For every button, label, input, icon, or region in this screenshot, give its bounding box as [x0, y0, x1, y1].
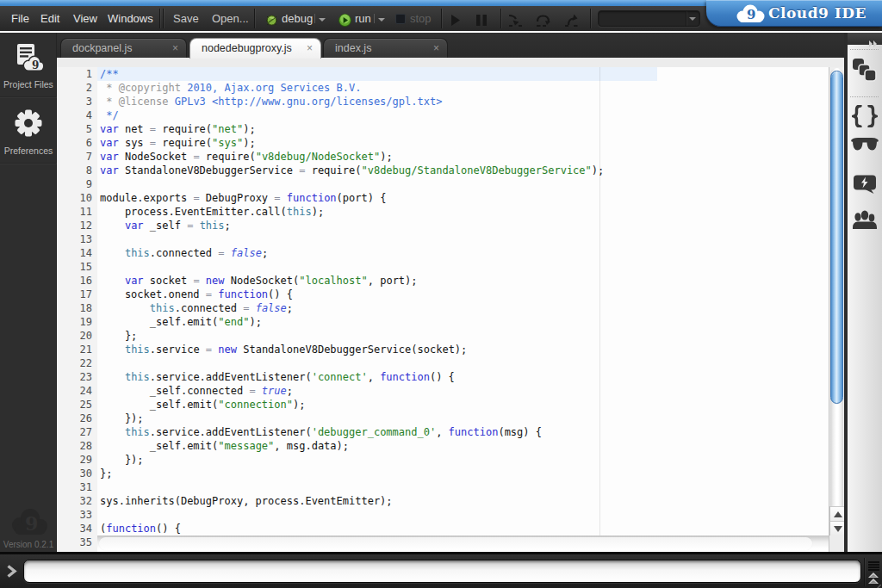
open-button[interactable]: Open... — [212, 11, 249, 27]
resize-grip-icon[interactable] — [873, 581, 881, 588]
line-number: 9 — [57, 177, 92, 191]
code-line: process.EventEmitter.call(this); — [100, 205, 604, 219]
line-number: 1 — [57, 67, 92, 81]
line-number: 4 — [57, 108, 92, 122]
stop-square-icon — [395, 14, 406, 24]
code-line: */ — [100, 108, 604, 122]
code-line — [100, 260, 604, 274]
sidebar-footer: 9 Version 0.2.1 — [0, 498, 57, 552]
line-number: 27 — [57, 425, 92, 439]
save-button[interactable]: Save — [173, 11, 199, 27]
right-sidebar — [848, 33, 882, 552]
run-dropdown-caret[interactable] — [378, 18, 385, 22]
menu-file[interactable]: File — [11, 11, 29, 27]
code-editor[interactable]: 1234567891011121314151617181920212223242… — [57, 67, 844, 552]
menu-edit[interactable]: Edit — [40, 11, 59, 27]
debug-button[interactable]: debug — [282, 11, 313, 27]
code-line: }; — [100, 467, 604, 480]
left-sidebar: 9 Project Files — [0, 33, 57, 552]
line-number: 30 — [57, 467, 92, 480]
toolbar-separator — [590, 9, 591, 28]
line-number: 5 — [57, 122, 92, 136]
glasses-icon[interactable] — [851, 138, 879, 156]
horizontal-scrollbar-thumb[interactable] — [99, 537, 812, 550]
code-line — [100, 480, 604, 494]
code-line: var sys = require("sys"); — [100, 136, 604, 150]
svg-text:9: 9 — [25, 512, 38, 535]
code-line: var _self = this; — [100, 219, 604, 232]
pause-icon[interactable] — [475, 14, 488, 29]
vertical-scrollbar-thumb[interactable] — [830, 71, 843, 404]
scrollbar-corner — [829, 535, 844, 552]
tab-label: dockpanel.js — [72, 39, 133, 58]
stop-button[interactable]: stop — [410, 11, 432, 27]
code-line: /** — [100, 67, 604, 81]
toolbar-separator — [254, 9, 255, 28]
line-number: 34 — [57, 522, 92, 535]
run-button[interactable]: run — [355, 11, 371, 27]
code-line: socket.onend = function() { — [100, 288, 604, 301]
menu-windows[interactable]: Windows — [108, 11, 153, 27]
tab-index.js[interactable]: index.js× — [323, 38, 448, 58]
resume-icon[interactable] — [450, 14, 461, 29]
svg-text:9: 9 — [32, 59, 39, 71]
gear-icon — [14, 126, 43, 140]
debug-dropdown-caret[interactable] — [319, 18, 326, 22]
horizontal-scrollbar[interactable] — [97, 535, 829, 552]
toolbar-separator — [500, 9, 501, 28]
cloud9-watermark-icon: 9 — [9, 507, 48, 540]
svg-text:9: 9 — [747, 7, 755, 22]
collaborators-icon[interactable] — [851, 209, 879, 234]
console-input[interactable] — [23, 560, 861, 583]
play-circle-icon — [339, 14, 351, 30]
cloud9-logo-icon: 9 — [735, 4, 766, 27]
menu-view[interactable]: View — [73, 11, 97, 27]
code-line: * @copyright 2010, Ajax.org Services B.V… — [100, 81, 604, 95]
editor-gutter: 1234567891011121314151617181920212223242… — [57, 67, 97, 552]
sidebar-item-preferences[interactable]: Preferences — [0, 97, 57, 164]
code-line: this.service.addEventListener('debugger_… — [100, 425, 604, 439]
scroll-down-button[interactable] — [829, 521, 844, 535]
code-line — [100, 508, 604, 522]
code-line: _self.emit("connection"); — [100, 398, 604, 412]
code-line: }); — [100, 412, 604, 425]
project-files-icon: 9 — [14, 59, 43, 74]
code-lines: /** * @copyright 2010, Ajax.org Services… — [100, 67, 604, 549]
tab-close-icon[interactable]: × — [172, 39, 178, 58]
line-number: 11 — [57, 205, 92, 219]
line-number: 24 — [57, 384, 92, 398]
debug-target-combobox[interactable] — [598, 10, 700, 27]
code-line: _self.emit("end"); — [100, 315, 604, 329]
tab-close-icon[interactable]: × — [307, 39, 313, 58]
dotted-separator — [850, 96, 879, 97]
step-over-icon[interactable] — [536, 14, 550, 31]
tab-label: index.js — [335, 39, 371, 58]
step-into-icon[interactable] — [508, 14, 523, 31]
code-line: var net = require("net"); — [100, 122, 604, 136]
code-line: module.exports = DebugProxy = function(p… — [100, 191, 604, 205]
line-number: 10 — [57, 191, 92, 205]
line-number: 2 — [57, 81, 92, 95]
code-line: this.connected = false; — [100, 301, 604, 315]
tab-bar: dockpanel.js×nodedebugproxy.js×index.js× — [57, 33, 844, 58]
right-sidebar-header — [848, 33, 882, 45]
vertical-scrollbar[interactable] — [829, 67, 844, 552]
tab-nodedebugproxy.js[interactable]: nodedebugproxy.js× — [189, 38, 321, 59]
tab-close-icon[interactable]: × — [433, 39, 439, 58]
line-number: 6 — [57, 136, 92, 150]
tab-dockpanel.js[interactable]: dockpanel.js× — [60, 38, 187, 58]
tab-label: nodedebugproxy.js — [202, 39, 292, 58]
line-number: 7 — [57, 150, 92, 164]
sidebar-item-project-files[interactable]: 9 Project Files — [0, 33, 57, 97]
toolbar-mini-separator — [374, 14, 375, 23]
scroll-up-button[interactable] — [829, 506, 844, 521]
step-out-icon[interactable] — [564, 14, 579, 31]
line-number: 15 — [57, 260, 92, 274]
cascade-windows-icon[interactable] — [852, 58, 878, 86]
braces-icon[interactable] — [852, 105, 878, 133]
chat-lightning-icon[interactable] — [854, 175, 877, 198]
code-line — [100, 232, 604, 246]
brand-title: Cloud9 IDE — [768, 4, 866, 22]
code-line — [100, 356, 604, 370]
toolbar-separator — [163, 9, 164, 28]
